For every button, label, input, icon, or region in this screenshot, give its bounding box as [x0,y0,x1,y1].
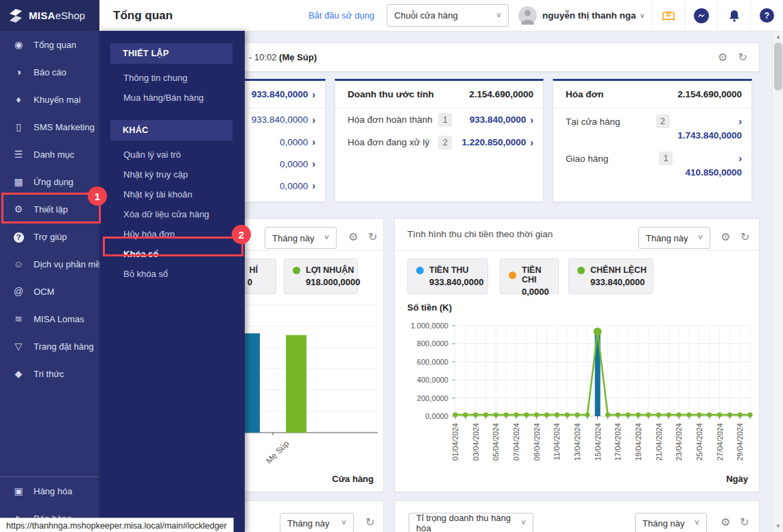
scroll-up-arrow[interactable]: ▲ [773,34,783,40]
cashflow-period-select[interactable]: Tháng này ˅ [638,227,710,249]
flyout-item-nhat-ky-truy-cap[interactable]: Nhật ký truy cập [99,165,245,184]
messenger-icon [693,8,710,24]
flyout-section-khac: KHÁC [110,120,232,141]
page-title: Tổng quan [113,9,173,23]
svg-text:11/04/2024: 11/04/2024 [553,423,561,460]
bell-icon [727,8,742,23]
profit-chip: LỢI NHUẬN 918.000,0000 [284,258,358,294]
chevron-right-icon: › [312,136,315,147]
legend-dot [293,267,300,274]
svg-text:200,0000: 200,0000 [417,394,448,402]
flyout-item-quan-ly-vai-tro[interactable]: Quản lý vai trò [99,145,245,165]
logo-bar[interactable]: MISAeShop [0,0,99,31]
flyout-item-mua-hang-ban-hang[interactable]: Mua hàng/Bán hàng [99,88,245,108]
sidebar-item-ocm[interactable]: @ OCM [0,278,99,305]
scrollbar-thumb[interactable] [774,43,782,90]
processing-invoices-row[interactable]: Hóa đơn đang xử lý 2 1.220.850,0000 › [335,131,543,154]
sidebar-item-sms-marketing[interactable]: ▯ SMS Marketing [0,113,99,141]
sidebar-item-misa-lomas[interactable]: ≋ MISA Lomas [0,305,99,332]
invoice-card: Hóa đơn 2.154.690,0000 Tại cửa hàng 2 › … [553,79,752,202]
get-started-link[interactable]: Bắt đầu sử dụng [309,10,374,21]
refresh-icon[interactable]: ↻ [740,232,749,243]
svg-text:15/04/2024: 15/04/2024 [594,423,602,461]
sidebar-item-ung-dung[interactable]: ▦ Ứng dụng [0,168,99,195]
ocm-icon: @ [11,286,26,297]
sidebar-item-tri-thuc[interactable]: ◆ Tri thức [0,360,99,387]
count-badge: 2 [438,136,452,149]
svg-text:600,0000: 600,0000 [417,358,448,366]
sidebar-item-tong-quan[interactable]: ◉ Tổng quan [0,31,99,58]
annotation-rect-step2 [103,237,243,256]
notifications-button[interactable] [717,0,750,31]
gift-icon: ♦ [11,94,26,105]
chevron-right-icon: › [312,114,315,125]
list-icon: ☰ [11,149,26,160]
cashflow-xaxis-label: Ngày [726,474,748,484]
sidebar-item-danh-muc[interactable]: ☰ Danh mục [0,141,99,168]
svg-text:13/04/2024: 13/04/2024 [573,423,581,461]
refresh-icon[interactable]: ↻ [740,517,749,528]
gear-icon[interactable]: ⚙ [718,52,727,63]
cash-in-chip: TIỀN THU 933.840,0000 [407,258,488,294]
sidebar-item-tro-giup[interactable]: ? Trợ giúp [0,223,99,250]
bottom-left-period-select[interactable]: Tháng này ˅ [280,513,354,532]
guide-button[interactable] [651,0,684,31]
vertical-scrollbar[interactable]: ▲ ▼ [772,31,783,532]
basket-icon: ▽ [11,341,26,352]
flyout-item-nhat-ky-tai-khoan[interactable]: Nhật ký tài khoản [99,184,245,204]
count-badge: 1 [659,152,673,165]
gear-icon[interactable]: ⚙ [348,232,358,243]
help-button[interactable]: ? [750,0,783,31]
cashflow-title: Tình hình thu chi tiền theo thời gian [407,229,553,239]
at-store-row[interactable]: Tại cửa hàng 2 › 1.743.840,0000 [553,108,751,143]
svg-text:09/04/2024: 09/04/2024 [533,423,541,461]
status-url: https://thanhnga.mshopkeeper.misa.local/… [6,521,227,531]
chevron-down-icon: ˅ [521,518,526,528]
store-name-text: (Mẹ Súp) [279,52,317,62]
sidebar-item-trang-dat-hang[interactable]: ▽ Trang đặt hàng [0,332,99,360]
svg-text:21/04/2024: 21/04/2024 [655,423,663,461]
legend-dot [509,271,516,279]
svg-text:?: ? [764,11,769,21]
brand-misa: MISA [29,10,56,21]
flyout-item-xoa-du-lieu-cua-hang[interactable]: Xóa dữ liệu cửa hàng [99,204,245,224]
stack-icon: ≋ [11,313,26,324]
chevron-right-icon: › [312,158,315,169]
messenger-button[interactable] [684,0,717,31]
sidebar-item-hang-hoa[interactable]: ▣ Hàng hóa [0,477,99,505]
gear-icon[interactable]: ⚙ [721,517,730,528]
store-panel-period-select[interactable]: Tháng này ˅ [265,227,337,249]
user-name: nguyễn thị thanh nga [542,10,636,21]
delivery-row[interactable]: Giao hàng 1 › 410.850,0000 [553,143,751,180]
gear-icon[interactable]: ⚙ [721,232,730,243]
grid-icon: ▦ [11,176,26,187]
help-icon: ? [11,231,26,243]
flyout-item-bo-khoa-so[interactable]: Bỏ khóa sổ [99,264,245,284]
lightbulb-guide-icon [661,8,676,23]
svg-text:0,0000: 0,0000 [425,412,448,420]
sidebar-item-khuyen-mai[interactable]: ♦ Khuyến mại [0,86,99,113]
refresh-icon[interactable]: ↻ [368,232,377,243]
svg-text:17/04/2024: 17/04/2024 [614,423,622,461]
svg-text:01/04/2024: 01/04/2024 [451,423,459,461]
refresh-icon[interactable]: ↻ [365,517,374,528]
svg-text:400,0000: 400,0000 [417,376,448,384]
settings-flyout-menu: THIẾT LẬP Thông tin chung Mua hàng/Bán h… [99,31,245,532]
sidebar-item-bao-cao[interactable]: ◑ Báo cáo [0,58,99,86]
cash-out-chip: TIỀN CHI 0,0000 [500,258,559,294]
chevron-right-icon: › [312,89,315,100]
chevron-down-icon: ˅ [640,12,645,20]
scroll-down-arrow[interactable]: ▼ [773,523,783,529]
store-chain-select[interactable]: Chuỗi cửa hàng ˅ [387,4,509,27]
store-xaxis-label: Cửa hàng [332,474,374,484]
refresh-icon[interactable]: ↻ [738,52,747,63]
card-header: Hóa đơn 2.154.690,0000 [553,81,751,108]
flyout-item-thong-tin-chung[interactable]: Thông tin chung [99,68,245,88]
count-badge: 1 [438,113,452,127]
svg-text:800,0000: 800,0000 [417,339,448,348]
user-menu[interactable]: nguyễn thị thanh nga ˅ [518,6,645,25]
bottom-right-period-select[interactable]: Tháng này ˅ [635,513,707,532]
completed-invoices-row[interactable]: Hóa đơn hoàn thành 1 933.840,0000 › [335,108,543,131]
revenue-ratio-select[interactable]: Tỉ trọng doanh thu hàng hóa ˅ [409,513,533,532]
sidebar-item-dich-vu-phan-mem[interactable]: ☺ Dịch vụ phần mềm [0,250,99,278]
